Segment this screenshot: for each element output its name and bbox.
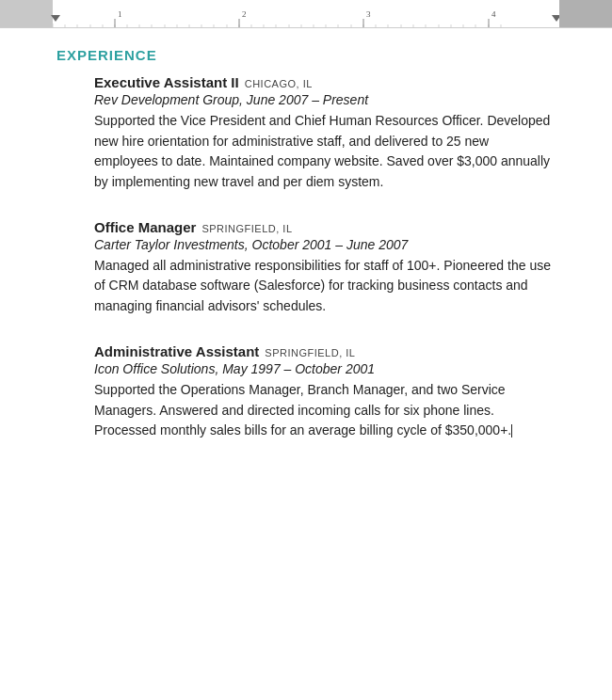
ruler-ticks-svg: 1 2 3 4 — [53, 0, 559, 27]
job-company-3: Icon Office Solutions, May 1997 – Octobe… — [94, 361, 556, 376]
job-title-2: Office Manager — [94, 219, 196, 235]
section-experience-title: EXPERIENCE — [56, 47, 556, 63]
job-entry-3: Administrative Assistant SPRINGFIELD, IL… — [94, 343, 556, 441]
svg-text:1: 1 — [118, 9, 122, 19]
job-location-2: SPRINGFIELD, IL — [201, 223, 292, 234]
job-company-1: Rev Development Group, June 2007 – Prese… — [94, 92, 556, 107]
ruler-gray-right — [559, 0, 612, 27]
left-margin-marker — [51, 15, 60, 22]
ruler-inner: 1 2 3 4 — [0, 0, 612, 27]
job-entry-2: Office Manager SPRINGFIELD, IL Carter Ta… — [94, 219, 556, 317]
job-location-1: CHICAGO, IL — [245, 78, 313, 89]
job-company-2: Carter Taylor Investments, October 2001 … — [94, 237, 556, 252]
ruler-gray-left — [0, 0, 53, 27]
ruler: 1 2 3 4 — [0, 0, 612, 28]
job-title-3: Administrative Assistant — [94, 343, 259, 359]
document-area[interactable]: EXPERIENCE Executive Assistant II CHICAG… — [0, 28, 612, 700]
job-location-3: SPRINGFIELD, IL — [265, 347, 355, 358]
svg-text:3: 3 — [366, 9, 371, 19]
text-cursor — [511, 424, 512, 438]
job-description-2: Managed all administrative responsibilit… — [94, 256, 556, 317]
job-description-1: Supported the Vice President and Chief H… — [94, 111, 556, 193]
job-title-1: Executive Assistant II — [94, 74, 239, 90]
svg-text:2: 2 — [242, 9, 247, 19]
page-container: 1 2 3 4 EXPERIENCE — [0, 0, 612, 700]
job-description-3: Supported the Operations Manager, Branch… — [94, 380, 556, 441]
ruler-white-area: 1 2 3 4 — [53, 0, 559, 27]
job-title-line-2: Office Manager SPRINGFIELD, IL — [94, 219, 556, 235]
job-title-line-1: Executive Assistant II CHICAGO, IL — [94, 74, 556, 90]
job-entry-1: Executive Assistant II CHICAGO, IL Rev D… — [94, 74, 556, 193]
svg-text:4: 4 — [491, 9, 496, 19]
job-title-line-3: Administrative Assistant SPRINGFIELD, IL — [94, 343, 556, 359]
